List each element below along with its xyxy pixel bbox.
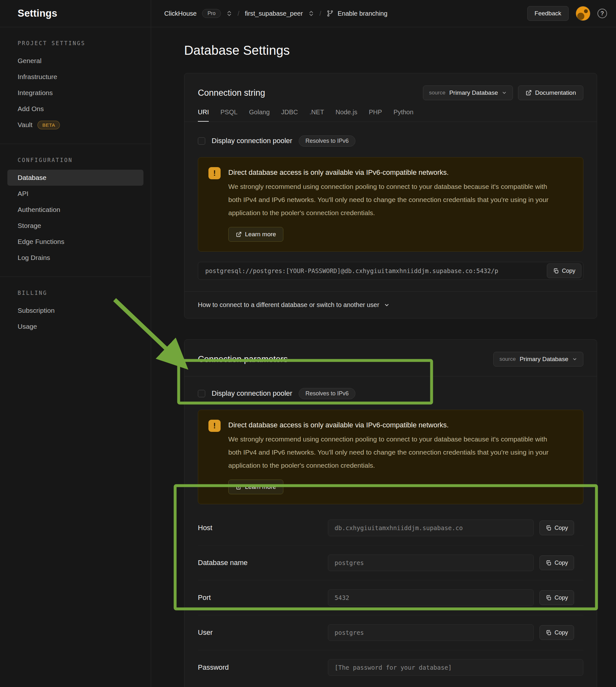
plan-badge: Pro [202,9,221,18]
sidebar-item-usage[interactable]: Usage [7,318,144,335]
breadcrumb-org[interactable]: ClickHouse [164,10,197,17]
sidebar-item-infrastructure[interactable]: Infrastructure [7,69,144,85]
sidebar-section-project-settings: PROJECT SETTINGS General Infrastructure … [0,27,151,144]
param-row-user: User postgres Copy [198,615,584,650]
connection-string-body: Display connection pooler Resolves to IP… [184,122,597,291]
connection-help-expander[interactable]: How to connect to a different database o… [184,291,597,318]
main-area: ClickHouse Pro / first_supabase_peer / E… [151,0,616,687]
ipv6-warning-panel: ! Direct database access is only availab… [198,410,584,504]
port-field[interactable]: 5432 [328,589,534,606]
copy-icon [546,630,552,636]
host-field[interactable]: db.cxhygiuitamxhniiddjm.supabase.co [328,519,534,536]
sidebar-item-edge-functions[interactable]: Edge Functions [7,234,144,250]
project-selector-icon[interactable] [308,10,314,16]
param-row-database-name: Database name postgres Copy [198,546,584,580]
topbar-right-cluster: Feedback ? [527,6,607,21]
sidebar-item-add-ons[interactable]: Add Ons [7,101,144,117]
settings-sidebar: Settings PROJECT SETTINGS General Infras… [0,0,151,687]
copy-host-button[interactable]: Copy [540,520,574,535]
connection-parameters-card: Connection parameters source Primary Dat… [184,339,597,687]
copy-user-button[interactable]: Copy [540,625,574,640]
param-row-host: Host db.cxhygiuitamxhniiddjm.supabase.co… [198,511,584,546]
sidebar-item-integrations[interactable]: Integrations [7,85,144,101]
learn-more-button[interactable]: Learn more [228,227,283,242]
section-heading-project-settings: PROJECT SETTINGS [0,40,151,53]
git-branch-icon [327,10,334,17]
sidebar-item-subscription[interactable]: Subscription [7,303,144,318]
pooler-label: Display connection pooler [212,137,292,145]
learn-more-button[interactable]: Learn more [228,480,283,494]
tab-dotnet[interactable]: .NET [310,109,324,121]
tab-python[interactable]: Python [394,109,413,121]
parameter-list: Host db.cxhygiuitamxhniiddjm.supabase.co… [198,511,584,685]
breadcrumb-separator: / [320,10,322,17]
password-field[interactable]: [The password for your database] [328,659,584,676]
external-link-icon [525,90,532,96]
alert-icon: ! [208,420,221,432]
feedback-button[interactable]: Feedback [527,6,569,21]
sidebar-section-billing: BILLING Subscription Usage [0,276,151,346]
page-content: Database Settings Connection string sour… [151,27,616,687]
tab-jdbc[interactable]: JDBC [281,109,298,121]
breadcrumb-project[interactable]: first_supabase_peer [245,10,303,17]
connection-uri-field[interactable]: postgresql://postgres:[YOUR-PASSWORD]@db… [198,262,584,280]
external-link-icon [236,231,242,238]
page-title: Database Settings [184,43,597,58]
copy-port-button[interactable]: Copy [540,590,574,605]
copy-icon [546,560,552,566]
connection-parameters-title: Connection parameters [198,354,288,364]
source-select[interactable]: source Primary Database [423,86,513,100]
breadcrumb-separator: / [238,10,240,17]
connection-string-title: Connection string [198,88,265,98]
org-avatar[interactable] [576,6,590,21]
sidebar-item-vault[interactable]: Vault BETA [7,117,144,133]
connection-string-tabs: URI PSQL Golang JDBC .NET Node.js PHP Py… [198,109,584,121]
display-connection-pooler-checkbox[interactable] [198,137,205,145]
tab-golang[interactable]: Golang [249,109,270,121]
warning-title: Direct database access is only available… [228,420,560,429]
connection-parameters-header: Connection parameters source Primary Dat… [184,340,597,376]
enable-branching-button[interactable]: Enable branching [327,10,388,17]
org-selector-icon[interactable] [226,10,232,16]
display-connection-pooler-checkbox[interactable] [198,390,205,397]
sidebar-item-api[interactable]: API [7,186,144,202]
tab-psql[interactable]: PSQL [220,109,237,121]
documentation-button[interactable]: Documentation [518,86,584,100]
app-root: Settings PROJECT SETTINGS General Infras… [0,0,616,687]
alert-icon: ! [208,167,221,179]
user-field[interactable]: postgres [328,624,534,641]
ipv6-warning-panel: ! Direct database access is only availab… [198,157,584,252]
sidebar-item-general[interactable]: General [7,53,144,69]
external-link-icon [236,484,242,490]
source-select[interactable]: source Primary Database [493,352,584,367]
beta-badge: BETA [38,121,60,129]
connection-uri-value: postgresql://postgres:[YOUR-PASSWORD]@db… [205,267,498,274]
sidebar-item-authentication[interactable]: Authentication [7,202,144,218]
copy-database-name-button[interactable]: Copy [540,555,574,570]
tab-php[interactable]: PHP [369,109,382,121]
sidebar-item-database[interactable]: Database [7,170,144,186]
connection-string-card: Connection string source Primary Databas… [184,73,597,318]
sidebar-item-storage[interactable]: Storage [7,218,144,234]
tab-uri[interactable]: URI [198,109,209,121]
param-row-password: Password [The password for your database… [198,650,584,685]
connection-uri-row: postgresql://postgres:[YOUR-PASSWORD]@db… [198,262,584,280]
sidebar-item-log-drains[interactable]: Log Drains [7,250,144,266]
database-name-field[interactable]: postgres [328,554,534,571]
section-heading-configuration: CONFIGURATION [0,157,151,170]
warning-title: Direct database access is only available… [228,167,560,177]
sidebar-section-configuration: CONFIGURATION Database API Authenticatio… [0,144,151,276]
tab-nodejs[interactable]: Node.js [335,109,357,121]
chevron-down-icon [572,357,577,362]
top-bar: ClickHouse Pro / first_supabase_peer / E… [151,0,616,27]
chevron-down-icon [502,90,507,95]
chevron-down-icon [384,302,390,308]
copy-uri-button[interactable]: Copy [547,264,581,278]
param-row-port: Port 5432 Copy [198,580,584,615]
connection-parameters-body: Display connection pooler Resolves to IP… [184,376,597,687]
sidebar-header: Settings [0,0,151,27]
warning-body: We strongly recommend using connection p… [228,433,560,472]
warning-body: We strongly recommend using connection p… [228,180,560,219]
help-icon[interactable]: ? [597,9,607,18]
resolves-ipv6-badge: Resolves to IPv6 [299,135,355,147]
